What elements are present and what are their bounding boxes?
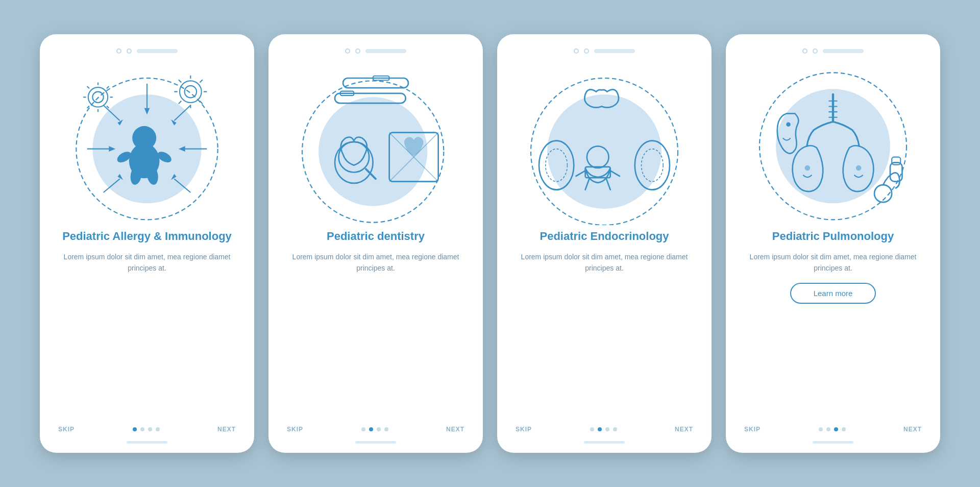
- svg-line-40: [200, 80, 202, 82]
- top-bar-line-1: [137, 49, 178, 53]
- top-circle-3: [345, 48, 350, 54]
- dot-2-1: [369, 427, 373, 431]
- dots-2: [361, 427, 388, 431]
- svg-rect-76: [890, 162, 902, 181]
- card-dentistry: Pediatric dentistry Lorem ipsum dolor si…: [268, 34, 483, 453]
- svg-point-54: [547, 94, 662, 209]
- svg-point-32: [180, 81, 202, 103]
- card-desc-1: Lorem ipsum dolor sit dim amet, mea regi…: [56, 251, 238, 274]
- dot-4-1: [826, 427, 830, 431]
- svg-point-33: [185, 86, 197, 98]
- card-pulmonology: Pediatric Pulmonology Lorem ipsum dolor …: [726, 34, 940, 453]
- dot-3-1: [598, 427, 602, 431]
- card-title-1: Pediatric Allergy & Immunology: [62, 229, 232, 244]
- dot-3-0: [590, 427, 594, 431]
- svg-line-41: [179, 101, 181, 104]
- top-circle-6: [584, 48, 589, 54]
- top-circle-7: [802, 48, 807, 54]
- footer-3: SKIP NEXT: [507, 420, 701, 436]
- bottom-bar-4: [813, 441, 853, 444]
- dots-4: [819, 427, 846, 431]
- top-circle-8: [813, 48, 818, 54]
- skip-label-3[interactable]: SKIP: [516, 426, 532, 433]
- learn-more-button[interactable]: Learn more: [790, 283, 876, 304]
- next-label-3[interactable]: NEXT: [675, 426, 693, 433]
- card-title-4: Pediatric Pulmonology: [772, 229, 894, 244]
- card-title-3: Pediatric Endocrinology: [540, 229, 669, 244]
- card-desc-4: Lorem ipsum dolor sit dim amet, mea regi…: [742, 251, 924, 274]
- top-circle-2: [127, 48, 132, 54]
- dot-1-2: [148, 427, 152, 431]
- pulmonology-svg: [736, 62, 930, 225]
- bottom-bar-1: [127, 441, 167, 444]
- dot-2-2: [377, 427, 381, 431]
- dot-4-2: [834, 427, 838, 431]
- next-label-1[interactable]: NEXT: [217, 426, 236, 433]
- skip-label-4[interactable]: SKIP: [744, 426, 761, 433]
- top-bar-line-3: [594, 49, 635, 53]
- dot-2-0: [361, 427, 365, 431]
- card-title-2: Pediatric dentistry: [327, 229, 425, 244]
- svg-line-38: [179, 80, 181, 82]
- svg-point-74: [856, 165, 862, 171]
- bottom-bar-2: [355, 441, 396, 444]
- card-content-4: Pediatric Pulmonology Lorem ipsum dolor …: [736, 229, 930, 420]
- dentistry-svg: [279, 62, 473, 225]
- skip-label-1[interactable]: SKIP: [58, 426, 75, 433]
- screens-container: Pediatric Allergy & Immunology Lorem ips…: [31, 34, 949, 453]
- svg-line-29: [107, 106, 109, 108]
- bottom-bar-3: [584, 441, 625, 444]
- dot-4-0: [819, 427, 823, 431]
- dot-2-3: [384, 427, 388, 431]
- svg-rect-44: [343, 78, 408, 88]
- dot-3-3: [613, 427, 617, 431]
- footer-2: SKIP NEXT: [279, 420, 473, 436]
- next-label-2[interactable]: NEXT: [446, 426, 464, 433]
- card-endocrinology: Pediatric Endocrinology Lorem ipsum dolo…: [497, 34, 712, 453]
- dots-3: [590, 427, 617, 431]
- illustration-allergy: [50, 62, 244, 225]
- illustration-pulmonology: [736, 62, 930, 225]
- svg-line-39: [200, 101, 202, 104]
- top-bar-4: [736, 48, 930, 54]
- top-bar-2: [279, 48, 473, 54]
- dot-1-3: [156, 427, 160, 431]
- svg-point-73: [805, 165, 811, 171]
- top-circle-1: [116, 48, 121, 54]
- top-circle-4: [355, 48, 360, 54]
- card-content-1: Pediatric Allergy & Immunology Lorem ips…: [50, 229, 244, 420]
- footer-1: SKIP NEXT: [50, 420, 244, 436]
- dot-3-2: [605, 427, 609, 431]
- top-bar-1: [50, 48, 244, 54]
- skip-label-2[interactable]: SKIP: [287, 426, 303, 433]
- svg-rect-77: [892, 157, 900, 165]
- illustration-endocrinology: [507, 62, 701, 225]
- svg-line-30: [107, 86, 109, 88]
- svg-line-28: [87, 86, 89, 88]
- top-bar-line-4: [823, 49, 864, 53]
- top-circle-5: [574, 48, 579, 54]
- top-bar-3: [507, 48, 701, 54]
- card-allergy: Pediatric Allergy & Immunology Lorem ips…: [40, 34, 254, 453]
- footer-4: SKIP NEXT: [736, 420, 930, 436]
- svg-point-68: [786, 122, 791, 127]
- endocrinology-svg: [507, 62, 701, 225]
- card-content-2: Pediatric dentistry Lorem ipsum dolor si…: [279, 229, 473, 420]
- dot-1-1: [140, 427, 144, 431]
- card-desc-3: Lorem ipsum dolor sit dim amet, mea regi…: [513, 251, 695, 274]
- illustration-dentistry: [279, 62, 473, 225]
- card-desc-2: Lorem ipsum dolor sit dim amet, mea regi…: [285, 251, 467, 274]
- top-bar-line-2: [365, 49, 406, 53]
- card-content-3: Pediatric Endocrinology Lorem ipsum dolo…: [507, 229, 701, 420]
- dots-1: [133, 427, 160, 431]
- dot-1-0: [133, 427, 137, 431]
- allergy-svg: [50, 62, 244, 225]
- dot-4-3: [842, 427, 846, 431]
- next-label-4[interactable]: NEXT: [903, 426, 922, 433]
